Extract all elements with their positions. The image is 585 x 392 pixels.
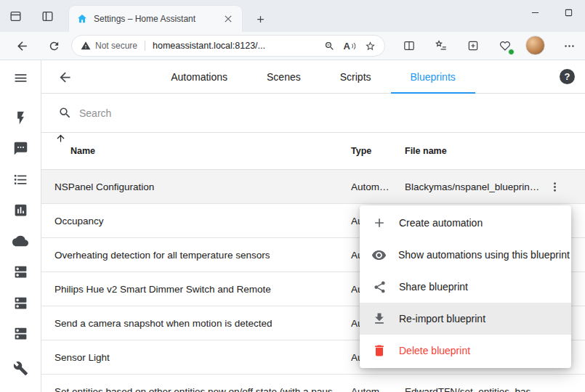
address-divider	[145, 41, 145, 51]
download-icon	[371, 311, 387, 326]
eye-icon	[371, 248, 387, 263]
column-header-type[interactable]: Type	[351, 133, 371, 170]
status-dot	[508, 49, 515, 55]
row-file: Blackymas/nspanel_blueprin…	[405, 170, 539, 204]
new-tab-button[interactable]	[250, 9, 270, 29]
window-controls	[518, 0, 585, 25]
search-row	[41, 94, 585, 133]
server-icon[interactable]	[6, 288, 35, 317]
ha-header: Automations Scenes Scripts Blueprints ?	[41, 60, 585, 94]
menu-item-label: Share blueprint	[399, 281, 468, 293]
maximize-button[interactable]	[552, 0, 585, 25]
row-name: Send a camera snapshot when motion is de…	[55, 306, 272, 340]
help-icon[interactable]: ?	[560, 69, 575, 84]
sort-ascending-icon[interactable]	[55, 133, 66, 144]
browser-window: Settings – Home Assistant	[0, 0, 585, 392]
menu-item-label: Show automations using this blueprint	[398, 249, 570, 261]
row-name: Philips Hue v2 Smart Dimmer Switch and R…	[55, 272, 271, 306]
row-type: Autom…	[351, 375, 390, 392]
row-name: Occupancy	[55, 204, 104, 238]
trash-icon	[371, 343, 387, 358]
menu-icon[interactable]	[6, 63, 35, 92]
browser-navbar: Not secure homeassistant.local:8123/... …	[0, 32, 585, 60]
ha-sidebar	[0, 60, 41, 392]
chat-icon[interactable]	[6, 134, 35, 163]
url-text[interactable]: homeassistant.local:8123/...	[153, 41, 315, 51]
menu-item-create-automation[interactable]: Create automation	[360, 207, 571, 239]
share-icon	[371, 280, 387, 294]
search-icon	[58, 106, 72, 120]
collections-icon[interactable]	[461, 34, 485, 57]
bolt-icon[interactable]	[6, 103, 35, 132]
server-icon[interactable]	[6, 257, 35, 286]
menu-item-label: Re-import blueprint	[399, 313, 485, 324]
profile-avatar[interactable]	[525, 36, 545, 55]
plus-icon	[371, 216, 387, 230]
favorite-star-icon[interactable]	[365, 41, 376, 52]
search-input[interactable]	[79, 107, 312, 119]
browser-essentials-icon[interactable]	[493, 34, 517, 57]
back-icon[interactable]	[9, 34, 34, 57]
cloud-icon[interactable]	[6, 226, 35, 256]
ha-tab-bar: Automations Scenes Scripts Blueprints	[41, 60, 585, 94]
menu-item-show-automations[interactable]: Show automations using this blueprint	[360, 239, 571, 271]
tab-title: Settings – Home Assistant	[94, 14, 216, 24]
table-header: Name Type File name	[41, 133, 585, 170]
row-name: NSPanel Configuration	[55, 170, 154, 204]
menu-item-delete-blueprint[interactable]: Delete blueprint	[360, 335, 571, 367]
menu-item-reimport-blueprint[interactable]: Re-import blueprint	[360, 303, 571, 335]
menu-item-label: Delete blueprint	[399, 345, 470, 356]
minimize-button[interactable]	[518, 0, 552, 25]
refresh-icon[interactable]	[41, 34, 66, 57]
browser-titlebar: Settings – Home Assistant	[0, 0, 585, 32]
menu-item-label: Create automation	[399, 217, 483, 229]
warning-icon[interactable]	[81, 41, 91, 51]
vertical-tabs-icon[interactable]	[36, 5, 58, 27]
row-overflow-menu-icon[interactable]	[540, 172, 569, 201]
tab-blueprints[interactable]: Blueprints	[391, 60, 475, 94]
row-name: Overheating detection for all temperatur…	[55, 238, 270, 272]
browser-tab[interactable]: Settings – Home Assistant	[69, 6, 242, 32]
row-file: EdwardTFN/set_entities_bas…	[405, 375, 541, 392]
table-row[interactable]: Set entities based on other entities new…	[41, 375, 585, 392]
read-aloud-icon[interactable]: A	[344, 41, 356, 52]
split-screen-icon[interactable]	[397, 34, 421, 57]
workspaces-icon[interactable]	[4, 5, 26, 27]
address-bar[interactable]: Not secure homeassistant.local:8123/... …	[71, 35, 385, 57]
more-menu-icon[interactable]	[557, 34, 581, 57]
row-name: Set entities based on other entities new…	[55, 375, 347, 392]
list-icon[interactable]	[6, 165, 35, 194]
blueprint-context-menu: Create automation Show automations using…	[360, 205, 571, 368]
chart-icon[interactable]	[6, 195, 35, 224]
tab-scenes[interactable]: Scenes	[247, 60, 320, 94]
zoom-out-icon[interactable]	[324, 41, 335, 52]
column-header-name[interactable]: Name	[70, 133, 95, 170]
row-name: Sensor Light	[55, 340, 110, 375]
tab-close-icon[interactable]	[222, 12, 235, 25]
tab-automations[interactable]: Automations	[151, 60, 247, 94]
home-assistant-favicon	[76, 13, 88, 25]
menu-item-share-blueprint[interactable]: Share blueprint	[360, 271, 571, 303]
table-row[interactable]: NSPanel Configuration Autom… Blackymas/n…	[41, 170, 585, 204]
favorites-icon[interactable]	[429, 34, 453, 57]
wrench-icon[interactable]	[6, 354, 35, 383]
tab-scripts[interactable]: Scripts	[320, 60, 391, 94]
row-type: Autom…	[351, 170, 390, 204]
column-header-file[interactable]: File name	[405, 133, 447, 170]
server-icon[interactable]	[6, 319, 35, 348]
security-label[interactable]: Not secure	[95, 41, 137, 51]
